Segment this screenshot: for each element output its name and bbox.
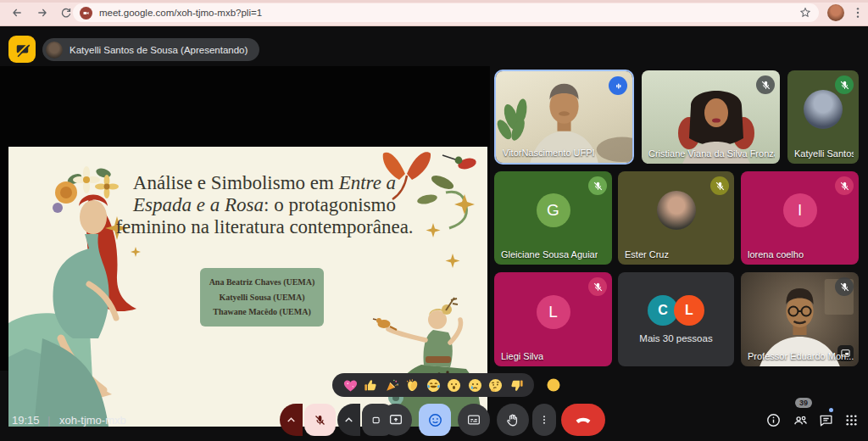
url-bar[interactable]: meet.google.com/xoh-tjmo-mxb?pli=1	[73, 3, 819, 22]
participant-tile-gleiciane[interactable]: G Gleiciane Sousa Aguiar	[494, 171, 612, 265]
reactions-button[interactable]	[419, 404, 451, 436]
participant-name: Professor Eduardo Mon...	[748, 351, 854, 361]
chat-icon[interactable]	[815, 410, 836, 430]
presenting-pill[interactable]: Katyelli Santos de Sousa (Apresentando)	[42, 38, 259, 61]
slide-title: Análise e Simbolismo em Entre a Espada e…	[103, 172, 426, 239]
crying-face-emoji[interactable]	[467, 377, 483, 394]
sparkling-heart-emoji[interactable]	[342, 377, 359, 394]
face-with-tears-of-joy-emoji[interactable]	[426, 377, 442, 394]
participant-name: Gleiciane Sousa Aguiar	[501, 249, 598, 260]
clapping-hands-emoji[interactable]	[404, 377, 420, 394]
mic-button-group	[280, 404, 336, 436]
slide-authors-box: Ana Beatriz Chaves (UEMA) Katyelli Sousa…	[200, 268, 324, 327]
participant-photo-avatar	[657, 191, 696, 230]
mic-muted-icon	[588, 277, 607, 296]
participant-tile-vitor[interactable]: VitorNascimento UFPI	[494, 70, 634, 165]
participant-name: Katyelli Santos...	[794, 148, 854, 159]
end-call-button[interactable]	[561, 404, 605, 436]
captions-button[interactable]	[458, 404, 490, 436]
participant-name: VitorNascimento UFPI	[503, 148, 595, 158]
thumbs-up-emoji[interactable]	[363, 377, 379, 394]
mic-options-chevron[interactable]	[280, 404, 303, 436]
participant-name: Cristiane Viana da Silva Fronza	[648, 148, 775, 159]
participant-tile-eduardo[interactable]: Professor Eduardo Mon...	[741, 272, 859, 366]
meeting-code: xoh-tjmo-mxb	[59, 414, 126, 427]
mic-muted-icon	[835, 176, 854, 195]
mic-muted-icon	[835, 277, 854, 296]
participant-tile-liegi[interactable]: L Liegi Silva	[494, 272, 612, 366]
bookmark-star-icon[interactable]	[798, 6, 812, 20]
party-popper-emoji[interactable]	[384, 377, 400, 394]
participant-tile-katyelli[interactable]: Katyelli Santos...	[787, 70, 859, 164]
meeting-time: 19:15	[12, 414, 40, 427]
participant-name: Liegi Silva	[501, 351, 543, 361]
presenter-name: Katyelli Santos de Sousa (Apresentando)	[70, 45, 248, 55]
overflow-avatar-l: L	[674, 295, 704, 326]
mic-muted-icon	[756, 75, 775, 94]
present-screen-button[interactable]	[380, 404, 412, 436]
reactions-bar	[332, 373, 534, 397]
browser-toolbar: meet.google.com/xoh-tjmo-mxb?pli=1	[0, 0, 868, 26]
overflow-label: Mais 30 pessoas	[639, 333, 712, 343]
author-line: Katyelli Sousa (UEMA)	[203, 290, 320, 305]
author-line: Ana Beatriz Chaves (UEMA)	[203, 275, 320, 290]
participant-name: lorena coelho	[748, 249, 804, 260]
participant-tile-cristiane[interactable]: Cristiane Viana da Silva Fronza	[642, 70, 780, 164]
participant-name: Ester Cruz	[625, 249, 669, 260]
mic-muted-icon	[710, 176, 729, 195]
participant-initial-avatar: L	[537, 295, 570, 329]
url-text: meet.google.com/xoh-tjmo-mxb?pli=1	[99, 8, 262, 18]
mic-muted-icon	[588, 176, 607, 195]
meet-favicon	[80, 7, 92, 20]
participant-tile-overflow[interactable]: C L Mais 30 pessoas	[618, 272, 734, 366]
thinking-face-emoji[interactable]	[487, 377, 504, 394]
presentation-stage[interactable]: Análise e Simbolismo em Entre a Espada e…	[0, 66, 490, 371]
more-options-button[interactable]	[532, 404, 556, 436]
stop-presenting-button[interactable]	[8, 36, 36, 63]
mic-muted-button[interactable]	[304, 404, 336, 436]
skin-tone-selector[interactable]	[545, 377, 562, 394]
mic-muted-icon	[835, 75, 854, 94]
thumbs-down-emoji[interactable]	[509, 377, 525, 394]
participant-tile-lorena[interactable]: l lorena coelho	[741, 171, 859, 265]
browser-menu-icon[interactable]	[851, 6, 865, 20]
people-count-badge: 39	[795, 398, 812, 408]
author-line: Thawane Macêdo (UEMA)	[203, 304, 320, 320]
browser-profile-avatar[interactable]	[827, 4, 844, 21]
camera-options-chevron[interactable]	[337, 404, 360, 436]
info-icon[interactable]	[763, 410, 783, 430]
participant-photo-avatar	[804, 90, 843, 129]
raise-hand-button[interactable]	[497, 404, 529, 436]
presentation-off-icon	[14, 42, 31, 58]
surprised-face-emoji[interactable]	[446, 377, 462, 394]
divider: |	[47, 414, 50, 427]
activities-grid-icon[interactable]	[841, 410, 861, 430]
back-icon[interactable]	[8, 4, 25, 21]
forward-icon[interactable]	[34, 4, 51, 21]
presenter-avatar	[46, 42, 63, 59]
participant-tile-ester[interactable]: Ester Cruz	[618, 171, 734, 265]
audio-indicator-icon	[609, 76, 627, 95]
overflow-content: C L Mais 30 pessoas	[618, 272, 734, 366]
reload-icon[interactable]	[58, 4, 75, 21]
participant-initial-avatar: G	[537, 193, 570, 227]
chat-notification-dot	[829, 408, 833, 412]
people-icon[interactable]	[790, 410, 810, 430]
participant-initial-avatar: l	[783, 193, 817, 227]
